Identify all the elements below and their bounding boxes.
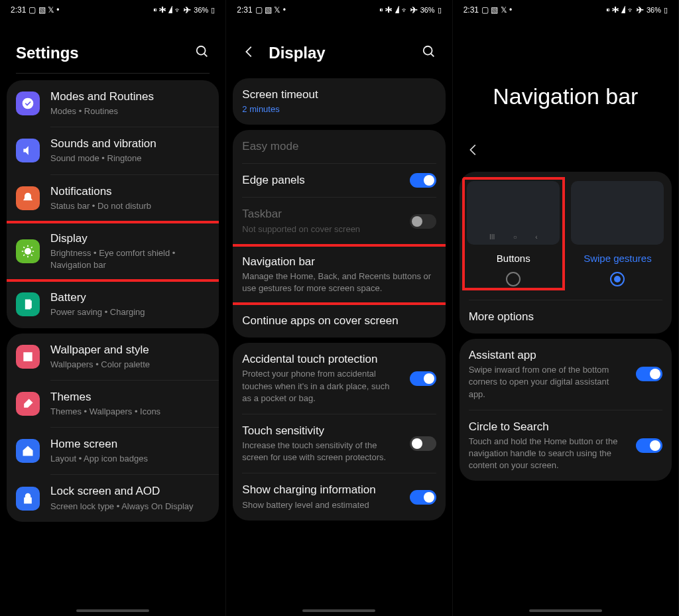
image-icon: [16, 345, 40, 369]
item-subtitle: Protect your phone from accidental touch…: [242, 368, 399, 404]
display-item-edge[interactable]: Edge panels: [233, 164, 445, 197]
navtype-label: Buttons: [497, 253, 530, 264]
nav-handle[interactable]: [302, 609, 375, 612]
navtype-buttons[interactable]: III○‹ Buttons: [465, 181, 562, 286]
item-title: Modes and Routines: [50, 90, 210, 104]
item-title: Notifications: [50, 184, 210, 199]
item-subtitle: Wallpapers • Color palette: [50, 359, 210, 371]
display-item-navbar[interactable]: Navigation bar Manage the Home, Back, an…: [233, 245, 445, 304]
item-subtitle: Brightness • Eye comfort shield • Naviga…: [50, 247, 210, 271]
search-icon[interactable]: [422, 44, 436, 62]
navtype-label: Swipe gestures: [584, 253, 652, 264]
settings-group: Modes and Routines Modes • Routines Soun…: [7, 80, 219, 328]
settings-item-sounds[interactable]: Sounds and vibration Sound mode • Ringto…: [7, 127, 219, 174]
item-title: Lock screen and AOD: [50, 484, 210, 499]
item-title: Edge panels: [242, 173, 399, 188]
navtype-swipe[interactable]: Swipe gestures: [569, 181, 666, 286]
battery-outline-icon: ▯: [438, 6, 442, 15]
item-subtitle: Layout • App icon badges: [50, 453, 210, 465]
item-title: Assistant app: [469, 348, 625, 363]
check-circle-icon: [16, 92, 40, 115]
status-icons-left: ▢ ▧ 𝕏 •: [481, 5, 512, 15]
toggle-switch[interactable]: [410, 214, 436, 229]
display-group: Screen timeout 2 minutes: [233, 78, 445, 125]
display-item-charging[interactable]: Show charging information Show battery l…: [233, 473, 445, 520]
settings-item-notifications[interactable]: Notifications Status bar • Do not distur…: [7, 175, 219, 221]
navtype-preview: [571, 181, 664, 245]
svg-line-3: [430, 54, 434, 57]
nav-handle[interactable]: [529, 609, 602, 612]
screen-display: 2:31▢ ▧ 𝕏 • ◧ ✱ ◢ ᯤ ✈36%▯ Display Screen…: [226, 0, 452, 616]
settings-item-themes[interactable]: Themes Themes • Wallpapers • Icons: [7, 381, 219, 427]
brush-icon: [16, 392, 40, 416]
page-title: Display: [269, 44, 409, 62]
item-title: Home screen: [50, 437, 210, 452]
screen-settings: 2:31▢ ▧ 𝕏 • ◧ ✱ ◢ ᯤ ✈36%▯ Settings Modes…: [0, 0, 226, 616]
settings-item-modes[interactable]: Modes and Routines Modes • Routines: [7, 80, 219, 127]
item-title: Circle to Search: [469, 420, 625, 434]
settings-group: Wallpaper and style Wallpapers • Color p…: [7, 334, 219, 522]
search-icon[interactable]: [195, 44, 210, 62]
item-subtitle: Touch and hold the Home button or the na…: [469, 436, 625, 472]
toggle-switch[interactable]: [410, 173, 436, 188]
settings-item-home[interactable]: Home screen Layout • App icon badges: [7, 428, 219, 474]
display-group: Accidental touch protection Protect your…: [233, 343, 445, 520]
settings-item-wallpaper[interactable]: Wallpaper and style Wallpapers • Color p…: [7, 334, 219, 380]
navbar-item-circle[interactable]: Circle to Search Touch and hold the Home…: [460, 410, 672, 481]
toggle-switch[interactable]: [410, 490, 436, 505]
status-battery: 36%: [647, 6, 661, 14]
battery-icon: [16, 292, 40, 316]
status-icons-right: ◧ ✱ ◢ ᯤ ✈: [153, 6, 191, 14]
settings-item-display[interactable]: Display Brightness • Eye comfort shield …: [7, 222, 219, 280]
more-options-label: More options: [469, 310, 662, 324]
item-subtitle: Not supported on cover screen: [242, 223, 399, 235]
display-item-timeout[interactable]: Screen timeout 2 minutes: [233, 78, 445, 125]
item-subtitle: 2 minutes: [242, 103, 436, 115]
radio-button[interactable]: [610, 272, 625, 286]
display-item-touchsens[interactable]: Touch sensitivity Increase the touch sen…: [233, 414, 445, 473]
more-options-item[interactable]: More options: [460, 300, 672, 334]
toggle-switch[interactable]: [410, 436, 436, 451]
battery-outline-icon: ▯: [211, 6, 215, 15]
item-title: Themes: [50, 390, 210, 404]
status-icons-left: ▢ ▧ 𝕏 •: [29, 5, 59, 15]
item-title: Touch sensitivity: [242, 424, 399, 438]
toggle-switch[interactable]: [410, 371, 436, 386]
nav-handle[interactable]: [76, 609, 149, 612]
display-item-atp[interactable]: Accidental touch protection Protect your…: [233, 343, 445, 414]
item-subtitle: Show battery level and estimated: [242, 499, 399, 511]
radio-button[interactable]: [506, 272, 521, 286]
toggle-switch[interactable]: [636, 367, 662, 381]
page-title: Settings: [16, 44, 183, 62]
svg-point-0: [197, 46, 206, 55]
status-bar: 2:31▢ ▧ 𝕏 • ◧ ✱ ◢ ᯤ ✈36%▯: [0, 0, 225, 17]
home-icon: [16, 439, 40, 463]
back-icon[interactable]: [242, 44, 257, 62]
settings-item-battery[interactable]: Battery Power saving • Charging: [7, 281, 219, 328]
item-title: Sounds and vibration: [50, 137, 210, 151]
item-title: Battery: [50, 290, 210, 305]
navbar-item-assistant[interactable]: Assistant app Swipe inward from one of t…: [460, 339, 672, 410]
display-item-continue[interactable]: Continue apps on cover screen: [233, 304, 445, 338]
item-subtitle: Themes • Wallpapers • Icons: [50, 406, 210, 418]
svg-line-1: [204, 54, 208, 57]
item-title: Easy mode: [242, 139, 436, 154]
toggle-switch[interactable]: [636, 438, 662, 453]
item-title: Navigation bar: [242, 255, 436, 269]
status-battery: 36%: [194, 6, 208, 14]
status-battery: 36%: [420, 6, 435, 14]
display-group: Easy mode Edge panels Taskbar Not suppor…: [233, 130, 445, 338]
status-time: 2:31: [11, 5, 26, 15]
status-bar: 2:31▢ ▧ 𝕏 • ◧ ✱ ◢ ᯤ ✈36%▯: [453, 0, 678, 17]
title-divider: [16, 73, 210, 74]
title-row: Display: [226, 17, 452, 73]
status-icons-left: ▢ ▧ 𝕏 •: [255, 5, 286, 15]
navtype-preview: III○‹: [467, 181, 560, 245]
bell-icon: [16, 186, 40, 210]
screen-navbar: 2:31▢ ▧ 𝕏 • ◧ ✱ ◢ ᯤ ✈36%▯ Navigation bar…: [453, 0, 679, 616]
page-title: Navigation bar: [453, 17, 678, 116]
settings-item-lock[interactable]: Lock screen and AOD Screen lock type • A…: [7, 475, 219, 521]
back-icon[interactable]: [453, 116, 678, 166]
item-title: Taskbar: [242, 207, 399, 221]
navtype-group: III○‹ Buttons Swipe gestures More option…: [460, 172, 672, 334]
